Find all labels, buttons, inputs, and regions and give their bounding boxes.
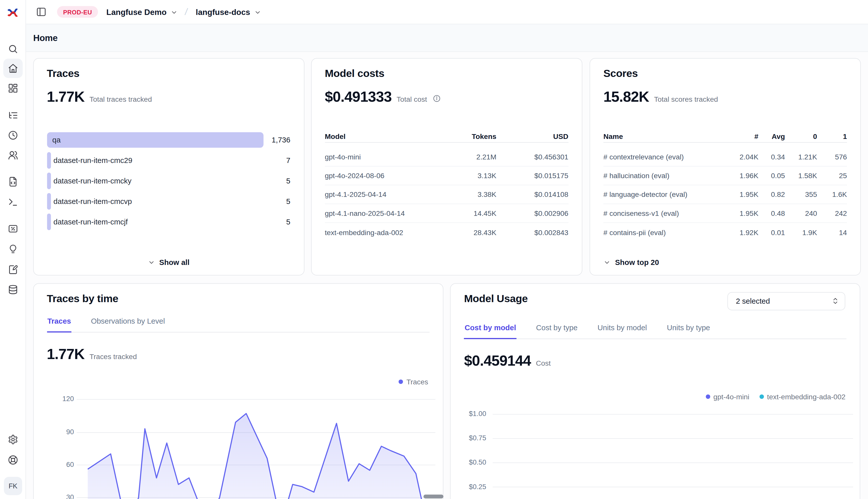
cell-usd: $0.014108 — [496, 190, 568, 199]
project-selector[interactable]: langfuse-docs — [196, 8, 261, 16]
score-row: # contains-pii (eval)1.92K0.011.9K14 — [603, 223, 847, 242]
database-icon — [8, 284, 19, 295]
sidebar-item-home[interactable] — [3, 59, 23, 78]
info-icon — [433, 95, 441, 102]
cell-name: # conciseness-v1 (eval) — [603, 209, 725, 217]
breadcrumb-separator: / — [184, 6, 188, 17]
sidebar-item-database[interactable] — [3, 280, 23, 299]
score-row: # contextrelevance (eval)2.04K0.341.21K5… — [603, 148, 847, 167]
column-header: USD — [496, 132, 568, 140]
card-title: Model costs — [325, 68, 384, 80]
cell-one: 14 — [817, 228, 847, 236]
y-tick-label: 30 — [45, 493, 74, 499]
sidebar-item-lightbulb[interactable] — [3, 239, 23, 259]
lightbulb-icon — [8, 244, 19, 254]
sidebar-toggle-button[interactable] — [34, 5, 48, 19]
sidebar-item-terminal[interactable] — [3, 193, 23, 212]
traces-by-time-card: Traces by time TracesObservations by Lev… — [33, 283, 443, 499]
score-row: # hallucination (eval)1.96K0.051.58K25 — [603, 167, 847, 185]
sidebar-item-life-buoy[interactable] — [3, 450, 23, 470]
traces-area-chart — [33, 283, 443, 499]
column-header: 1 — [817, 132, 847, 140]
scores-card: Scores 15.82K Total scores tracked Name#… — [590, 58, 861, 276]
cell-avg: 0.05 — [758, 172, 785, 180]
trace-bar-row[interactable]: dataset-run-item-cmcky5 — [47, 170, 290, 191]
trace-bar — [47, 172, 51, 189]
clock-icon — [8, 130, 19, 141]
show-all-button[interactable]: Show all — [147, 258, 190, 267]
horizontal-scrollbar-thumb[interactable] — [423, 495, 443, 498]
sidebar-item-notebook-pen[interactable] — [3, 260, 23, 279]
sidebar-item-clock[interactable] — [3, 125, 23, 145]
cell-zero: 1.9K — [785, 228, 817, 236]
cell-count: 1.92K — [725, 228, 758, 236]
trace-count: 1,736 — [272, 136, 290, 144]
model-cost-row: text-embedding-ada-00228.43K$0.002843 — [325, 223, 569, 242]
terminal-icon — [8, 197, 19, 207]
settings-icon — [8, 434, 19, 445]
y-tick-label: 60 — [45, 460, 74, 469]
sidebar-item-layout-grid[interactable] — [3, 78, 23, 98]
dashboard: Traces 1.77K Total traces tracked qa1,73… — [26, 52, 868, 499]
card-title: Scores — [603, 68, 638, 80]
app: FK PROD-EU Langfuse Demo / langfuse-docs… — [0, 0, 868, 499]
score-row: # language-detector (eval)1.95K0.823551.… — [603, 185, 847, 204]
org-selector[interactable]: Langfuse Demo — [106, 8, 178, 16]
cell-zero: 240 — [785, 209, 817, 217]
sidebar-item-users[interactable] — [3, 145, 23, 165]
cell-usd: $0.002843 — [496, 228, 568, 236]
search-icon — [8, 44, 19, 54]
column-header: Tokens — [436, 132, 496, 140]
trace-bar-row[interactable]: dataset-run-item-cmc297 — [47, 150, 290, 170]
cell-tokens: 14.45K — [436, 209, 496, 217]
cell-tokens: 3.38K — [436, 190, 496, 199]
trace-name: qa — [52, 136, 61, 144]
show-top-20-button[interactable]: Show top 20 — [603, 258, 659, 267]
cell-usd: $0.002906 — [496, 209, 568, 217]
trace-name: dataset-run-item-cmcky — [53, 177, 131, 185]
sidebar-item-file-code[interactable] — [3, 172, 23, 192]
cell-count: 2.04K — [725, 153, 758, 161]
cell-zero: 355 — [785, 190, 817, 199]
y-tick-label: $0.25 — [457, 482, 486, 491]
cell-tokens: 2.21M — [436, 153, 496, 161]
model-cost-row: gpt-4.1-nano-2025-04-1414.45K$0.002906 — [325, 204, 569, 223]
trace-bar-row[interactable]: qa1,736 — [47, 130, 290, 150]
chevron-down-icon — [603, 259, 610, 266]
cell-zero: 1.58K — [785, 172, 817, 180]
trace-bar-row[interactable]: dataset-run-item-cmcvp5 — [47, 191, 290, 211]
cell-usd: $0.015175 — [496, 172, 568, 180]
y-tick-label: $0.75 — [457, 434, 486, 442]
list-tree-icon — [8, 110, 19, 120]
cell-zero: 1.21K — [785, 153, 817, 161]
cell-model: gpt-4o-2024-08-06 — [325, 172, 436, 180]
trace-count: 5 — [286, 197, 290, 205]
chevron-down-icon — [254, 9, 261, 16]
column-header: 0 — [785, 132, 817, 140]
sidebar-item-search[interactable] — [3, 39, 23, 59]
trace-bar — [47, 213, 51, 230]
sidebar-item-percent-card[interactable] — [3, 219, 23, 239]
page-title: Home — [33, 33, 58, 43]
trace-bar — [47, 152, 51, 169]
y-tick-label: 120 — [45, 395, 74, 404]
cell-name: # contains-pii (eval) — [603, 228, 725, 236]
cell-model: gpt-4o-mini — [325, 153, 436, 161]
sidebar-item-settings[interactable] — [3, 430, 23, 449]
trace-bar — [47, 132, 263, 147]
model-cost-row: gpt-4o-2024-08-063.13K$0.015175 — [325, 167, 569, 185]
cell-count: 1.95K — [725, 209, 758, 217]
user-avatar[interactable]: FK — [4, 477, 22, 495]
model-usage-card: Model Usage 2 selected Cost by modelCost… — [450, 283, 860, 499]
y-tick-label: 90 — [45, 428, 74, 437]
page-header: Home — [26, 24, 868, 52]
traces-card: Traces 1.77K Total traces tracked qa1,73… — [33, 58, 304, 276]
sidebar-item-list-tree[interactable] — [3, 105, 23, 125]
trace-count: 5 — [286, 177, 290, 185]
home-icon — [8, 63, 19, 74]
scores-table: Name#Avg01# contextrelevance (eval)2.04K… — [603, 131, 847, 242]
langfuse-logo[interactable] — [7, 6, 19, 18]
trace-bar-row[interactable]: dataset-run-item-cmcjf5 — [47, 211, 290, 232]
score-row: # conciseness-v1 (eval)1.95K0.48240242 — [603, 204, 847, 223]
cell-tokens: 3.13K — [436, 172, 496, 180]
